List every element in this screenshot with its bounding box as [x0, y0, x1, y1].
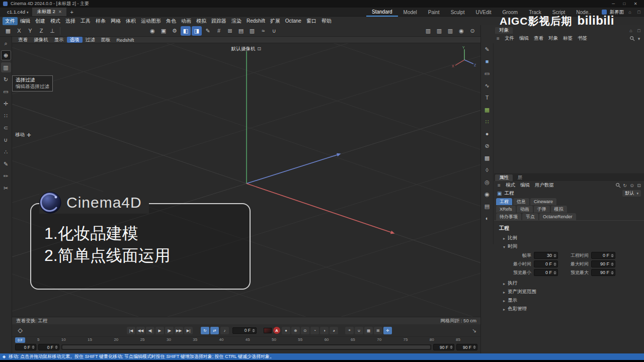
attribute-tab[interactable]: 信息: [513, 198, 529, 205]
sound-toggle[interactable]: ♪: [220, 327, 229, 334]
stepper-arrows-icon[interactable]: [54, 345, 58, 349]
workplane-icon[interactable]: ▥: [247, 26, 257, 36]
x-axis-lock-icon[interactable]: X: [14, 26, 24, 36]
magnifier-icon[interactable]: ⌕: [1, 38, 11, 48]
menu-item[interactable]: 动画: [179, 17, 194, 25]
dock-icon[interactable]: ⌂: [628, 28, 634, 33]
menu-item[interactable]: Redshift: [244, 18, 268, 24]
prev-key-button[interactable]: ◀◀: [136, 327, 145, 334]
timeline-ruler[interactable]: 0 F 510152025303540455055606570758085: [12, 336, 480, 343]
y-axis-lock-icon[interactable]: Y: [25, 26, 35, 36]
brush-tool-icon[interactable]: ✏: [1, 171, 11, 181]
keyframe-diamond-icon[interactable]: ◇: [16, 327, 24, 334]
menu-item[interactable]: 网格: [108, 17, 123, 25]
viewport-menu-item[interactable]: 过滤: [83, 37, 98, 43]
scatter-tool-icon[interactable]: ∷: [1, 111, 11, 121]
menu-item[interactable]: 渲染: [229, 17, 244, 25]
camera-menu-icon[interactable]: ⊡: [257, 46, 261, 52]
cloner-icon[interactable]: ▦: [482, 105, 492, 115]
preview-start-field[interactable]: 0 F: [38, 344, 59, 350]
next-frame-button[interactable]: |▶: [165, 327, 174, 334]
edit-render-settings-icon[interactable]: ⚙: [170, 26, 180, 36]
menu-item[interactable]: 运动图形: [138, 17, 164, 25]
group-time[interactable]: 时间: [498, 242, 640, 251]
min-time-field[interactable]: 0 F: [534, 260, 558, 267]
camera-icon[interactable]: ◉: [482, 189, 492, 199]
timeline-scrollbar[interactable]: [61, 344, 431, 350]
close-button[interactable]: ✕: [630, 0, 641, 8]
material-icon[interactable]: ◐: [482, 213, 492, 223]
attribute-group[interactable]: 色彩管理: [498, 305, 640, 313]
viewport-lock-icon[interactable]: ⊙: [467, 26, 477, 36]
menu-item[interactable]: 窗口: [304, 17, 319, 25]
autokey-button[interactable]: A: [273, 327, 280, 334]
record-scale-icon[interactable]: ⊙: [301, 327, 309, 334]
attribute-tab[interactable]: 节点: [522, 213, 538, 220]
scrollbar-thumb[interactable]: [62, 345, 430, 349]
render-picture-viewer-icon[interactable]: ▣: [158, 26, 169, 36]
chain-tool-icon[interactable]: ⊂: [1, 123, 11, 133]
timeline-resize-icon[interactable]: ↘: [472, 327, 476, 334]
stepper-arrows-icon[interactable]: [472, 345, 476, 349]
menu-item[interactable]: 扩展: [268, 17, 283, 25]
simulation-icon[interactable]: ≈: [258, 26, 268, 36]
modeling-grid-icon[interactable]: #: [214, 26, 224, 36]
layout-tab[interactable]: Standard: [366, 8, 398, 17]
play-button[interactable]: ▶: [155, 327, 164, 334]
stepper-arrows-icon[interactable]: [553, 270, 557, 275]
version-selector[interactable]: c1.1.c4d: [3, 8, 32, 16]
environment-icon[interactable]: ◎: [482, 177, 492, 187]
snap-enable-icon[interactable]: ✛: [383, 327, 392, 334]
prev-frame-button[interactable]: ◀|: [146, 327, 154, 334]
object-menu-item[interactable]: 编辑: [517, 35, 531, 42]
attributes-panel-tab[interactable]: 属性: [495, 174, 513, 181]
interactive-render-region-icon[interactable]: ◉: [456, 26, 466, 36]
rotate-tool-icon[interactable]: ↻: [1, 74, 11, 84]
menu-item[interactable]: 模拟: [194, 17, 209, 25]
document-tab[interactable]: 未标题 2: [32, 8, 66, 16]
knife-tool-icon[interactable]: ✂: [1, 183, 11, 193]
viewport-menu-item[interactable]: 面板: [98, 37, 114, 43]
layout-tab[interactable]: Paint: [423, 8, 445, 17]
menu-item[interactable]: Octane: [283, 18, 304, 24]
lock-icon[interactable]: ⊙: [629, 183, 635, 188]
object-menu-item[interactable]: 标签: [560, 35, 575, 42]
menu-item[interactable]: 样条: [93, 17, 108, 25]
search-icon[interactable]: [615, 183, 621, 188]
render-film-icon[interactable]: ▥: [434, 26, 444, 36]
preview-end-field[interactable]: 90 F: [433, 344, 454, 350]
object-menu-item[interactable]: 对象: [546, 35, 560, 42]
record-parameter-icon[interactable]: ◑: [320, 327, 329, 334]
play-direction-icon[interactable]: ⇄: [210, 327, 219, 334]
spline-pen-icon[interactable]: ✎: [203, 26, 213, 36]
attribute-tab[interactable]: 模拟: [551, 206, 567, 213]
snap-settings-icon[interactable]: ▦: [364, 327, 373, 334]
spline-pen-icon[interactable]: ∿: [482, 80, 492, 90]
history-icon[interactable]: ↻: [622, 183, 628, 188]
maximize-button[interactable]: □: [619, 0, 630, 8]
viewport-solo-icon[interactable]: ◧: [181, 26, 191, 36]
record-keyframe-icon[interactable]: ●: [282, 327, 290, 334]
attribute-group[interactable]: 显示: [498, 296, 640, 305]
menu-item[interactable]: 工具: [78, 17, 93, 25]
sphere-icon[interactable]: ●: [482, 129, 492, 139]
render-view-icon[interactable]: ◉: [147, 26, 157, 36]
attribute-tab[interactable]: 工程: [496, 198, 512, 205]
magnet-tool-icon[interactable]: ∪: [1, 135, 11, 145]
stepper-arrows-icon[interactable]: [610, 261, 614, 266]
stepper-arrows-icon[interactable]: [252, 328, 256, 333]
attribute-tab[interactable]: 动画: [517, 206, 533, 213]
menu-item[interactable]: 帮助: [319, 17, 334, 25]
viewport-menu-item[interactable]: 查看: [15, 37, 31, 43]
current-frame-field[interactable]: 0 F: [232, 327, 257, 334]
attribute-tab[interactable]: OctaneRender: [539, 213, 576, 220]
stepper-arrows-icon[interactable]: [553, 253, 557, 258]
pen-tool-icon[interactable]: ✎: [1, 159, 11, 169]
pencil-icon[interactable]: ✎: [482, 44, 492, 54]
playhead[interactable]: 0 F: [15, 337, 25, 343]
goto-start-button[interactable]: |◀: [127, 327, 135, 334]
solo-hierarchy-icon[interactable]: ◨: [192, 26, 202, 36]
filter-icon[interactable]: ▾: [636, 36, 642, 41]
axis-gizmo[interactable]: Y X Z: [451, 45, 477, 68]
range-end-field[interactable]: 90 F: [456, 344, 477, 350]
